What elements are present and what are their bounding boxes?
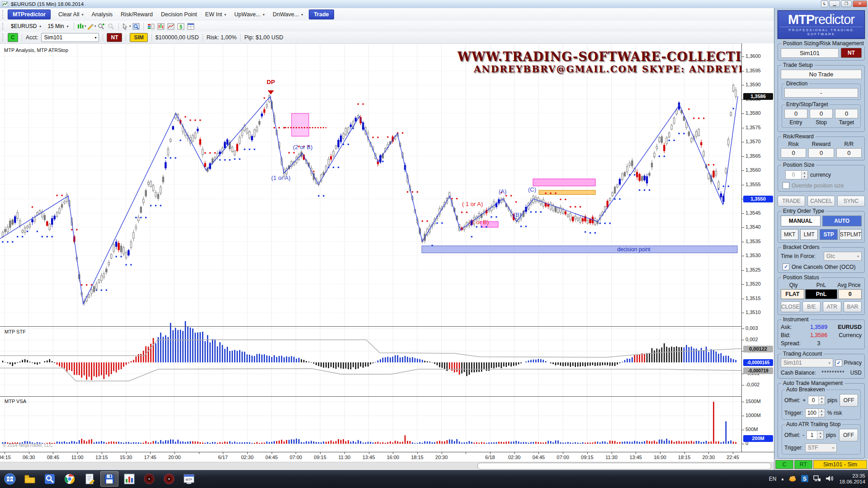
zoom-out-button[interactable] [106,22,116,31]
stop-field[interactable]: 0 [810,109,833,118]
group-title: Position Status [781,274,821,281]
time-axis[interactable]: 04:1506:3008:4511:0013:1515:3017:4520:00… [0,452,774,462]
be-off-button[interactable]: OFF [840,394,858,407]
axis-tick [742,340,744,340]
entry-field[interactable]: 0 [784,109,807,118]
media-app-icon-1[interactable] [140,471,158,487]
stplmt-button[interactable]: STPLMT [840,229,862,240]
bar-button[interactable]: BAR [844,301,862,312]
axis-tick [742,416,744,416]
market-analyzer-button[interactable] [146,22,156,31]
volume-icon[interactable] [825,474,833,484]
data-window-button[interactable] [131,22,141,31]
menu-clear-all[interactable]: Clear All▾ [54,9,88,19]
chevron-down-icon: ▾ [94,24,96,28]
menu-upwave[interactable]: UpWave...▾ [230,9,269,19]
spin-up-icon[interactable]: ▲ [817,431,823,435]
spin-down-icon[interactable]: ▼ [819,413,825,417]
axis-tick [742,56,744,57]
menu-decision-point[interactable]: Decision Point [157,9,201,19]
trading-account-select[interactable]: Sim101▾ [781,358,833,367]
media-app-icon-2[interactable] [160,471,178,487]
maximize-button[interactable]: ❐ [841,0,852,7]
chart-trader-button[interactable] [156,22,166,31]
override-checkbox[interactable]: ✓ [783,182,789,189]
oco-checkbox[interactable]: ✓ [783,263,789,270]
breakeven-button[interactable]: B/E [802,301,821,312]
save-app-icon[interactable] [100,471,118,487]
atr-offset-spinner[interactable]: 1▲▼ [807,431,824,440]
atr-trigger-select[interactable]: STF▾ [805,443,837,452]
layout-button[interactable]: L [821,0,828,7]
axis-tick [742,170,744,171]
minimize-button[interactable]: ▁ [829,0,840,7]
atr-off-button[interactable]: OFF [839,429,858,441]
instrument-selector[interactable]: $EURUSD▾ [8,22,44,30]
sync-button[interactable]: SYNC [837,196,865,206]
cloud-icon[interactable] [788,474,797,484]
time-axis-label: 6/18 [477,455,503,460]
chart-app-icon[interactable] [120,471,138,487]
spin-up-icon[interactable]: ▲ [819,396,825,400]
price-chart-canvas[interactable]: decision point [0,43,741,452]
atr-button[interactable]: ATR [823,301,841,312]
mtp-app-icon[interactable]: MTP [180,471,198,487]
account-select[interactable]: Sim101▾ [41,33,99,42]
chrome-icon[interactable] [61,471,79,487]
spin-up-icon[interactable]: ▲ [819,409,825,413]
explorer-folder-icon[interactable] [21,471,39,487]
scrollbar-thumb[interactable] [477,463,771,469]
spin-down-icon[interactable]: ▼ [817,435,823,439]
interval-selector[interactable]: 15 Min▾ [44,22,71,30]
stp-button[interactable]: STP [820,229,837,240]
menu-trade[interactable]: Trade [309,9,334,19]
search-app-icon[interactable] [41,471,59,487]
mkt-button[interactable]: MKT [781,229,798,240]
cancel-button[interactable]: CANCEL [807,196,835,206]
axis-tick [742,113,744,114]
spin-down-icon[interactable]: ▼ [802,175,807,179]
menu-ew-int[interactable]: EW Int▾ [201,9,231,19]
privacy-checkbox[interactable]: ✓ [835,360,842,366]
price-axis[interactable]: 1,36001,35951,35901,35851,35801,35751,35… [741,43,774,452]
group-bracket-orders: Bracket Orders Time In Force: Gtc▾ ✓ One… [778,247,865,273]
target-field[interactable]: 0 [835,109,858,118]
order-grid-button[interactable] [186,22,196,31]
cursor-tool-button[interactable]: ▾ [121,22,131,31]
skype-icon[interactable]: S [801,474,809,484]
spin-up-icon[interactable]: ▲ [802,171,807,175]
be-offset-spinner[interactable]: 0▲▼ [808,396,825,405]
chart-style-button[interactable]: ▾ [76,22,86,31]
show-hidden-icons-button[interactable]: ▲ [781,477,785,481]
notepad-icon[interactable] [80,471,99,487]
atr-trigger-label: Trigger: [784,445,803,451]
menu-dnwave[interactable]: DnWave...▾ [269,9,307,19]
separator [126,34,126,42]
close-button[interactable]: ✕ [853,0,867,7]
menu-risk-reward[interactable]: Risk/Reward [117,9,157,19]
chart-scrollbar[interactable] [0,462,774,469]
spin-down-icon[interactable]: ▼ [819,400,825,404]
manual-button[interactable]: MANUAL [781,216,821,226]
be-trigger-spinner[interactable]: 100▲▼ [805,408,825,418]
drawing-tools-button[interactable]: ▾ [86,22,96,31]
axis-tick [742,430,744,430]
zoom-in-button[interactable] [96,22,106,31]
menu-mtpredictor[interactable]: MTPredictor [8,9,51,19]
stop-label: Stop [810,119,833,126]
language-indicator[interactable]: EN [769,476,777,482]
position-size-spinner[interactable]: 0▲▼ [785,170,808,179]
start-button[interactable] [1,471,19,487]
taskbar-clock[interactable]: 23:35 18.06.2014 [839,473,865,485]
trade-button[interactable]: TRADE [778,196,805,206]
auto-button[interactable]: AUTO [822,216,862,226]
close-position-button[interactable]: CLOSE [781,301,800,312]
chart-type-button[interactable] [166,22,176,31]
tif-select[interactable]: Gtc▾ [824,252,862,261]
dollar-button[interactable]: $ [176,22,186,31]
menu-analysis[interactable]: Analysis [88,9,117,19]
lmt-button[interactable]: LMT [800,229,818,240]
account-field[interactable]: Sim101 [781,48,839,58]
network-icon[interactable] [813,474,821,484]
ask-label: Ask: [781,324,804,330]
